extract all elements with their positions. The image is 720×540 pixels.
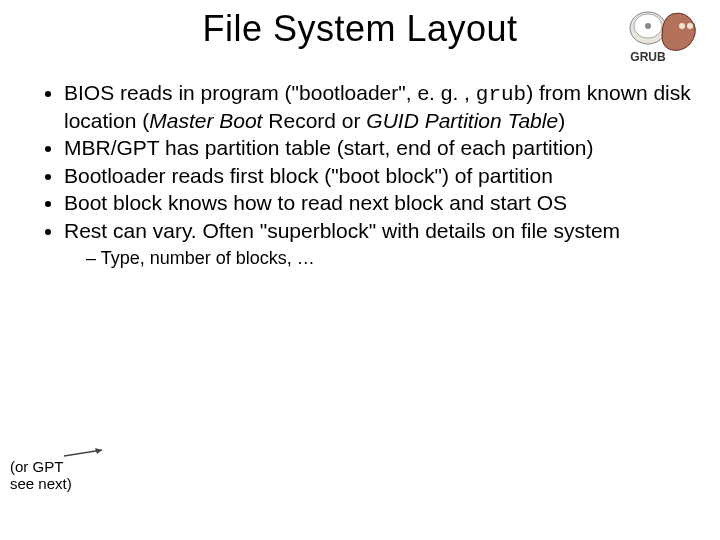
footnote-line1: (or GPT bbox=[10, 458, 63, 475]
b1-plain: Record or bbox=[268, 109, 366, 132]
bullet-4: Boot block knows how to read next block … bbox=[64, 190, 696, 216]
b5-text: Rest can vary. Often "superblock" with d… bbox=[64, 219, 620, 242]
svg-point-3 bbox=[679, 23, 685, 29]
slide-title: File System Layout bbox=[0, 8, 720, 50]
svg-point-4 bbox=[687, 23, 693, 29]
grub-logo-label: GRUB bbox=[630, 50, 666, 64]
sub-bullet-1: Type, number of blocks, … bbox=[86, 248, 696, 270]
arrow-icon bbox=[62, 446, 110, 460]
bullet-3: Bootloader reads first block ("boot bloc… bbox=[64, 163, 696, 189]
b1-end: ) bbox=[558, 109, 565, 132]
sub-bullet-list: Type, number of blocks, … bbox=[64, 248, 696, 270]
b1-code: grub bbox=[476, 83, 526, 106]
svg-point-2 bbox=[645, 23, 651, 29]
b1-it2: GUID Partition Table bbox=[366, 109, 558, 132]
content-area: BIOS reads in program ("bootloader", e. … bbox=[34, 80, 696, 272]
bullet-2: MBR/GPT has partition table (start, end … bbox=[64, 135, 696, 161]
bullet-1: BIOS reads in program ("bootloader", e. … bbox=[64, 80, 696, 133]
bullet-5: Rest can vary. Often "superblock" with d… bbox=[64, 218, 696, 270]
grub-logo: GRUB bbox=[624, 6, 702, 66]
footnote-line2: see next) bbox=[10, 475, 72, 492]
footnote: (or GPT see next) bbox=[10, 459, 72, 492]
bullet-list: BIOS reads in program ("bootloader", e. … bbox=[34, 80, 696, 270]
svg-marker-6 bbox=[95, 448, 102, 454]
b1-pre: BIOS reads in program ("bootloader", e. … bbox=[64, 81, 476, 104]
slide: File System Layout GRUB BIOS reads in pr… bbox=[0, 0, 720, 540]
grub-logo-icon: GRUB bbox=[624, 6, 702, 66]
b1-it1: Master Boot bbox=[149, 109, 268, 132]
